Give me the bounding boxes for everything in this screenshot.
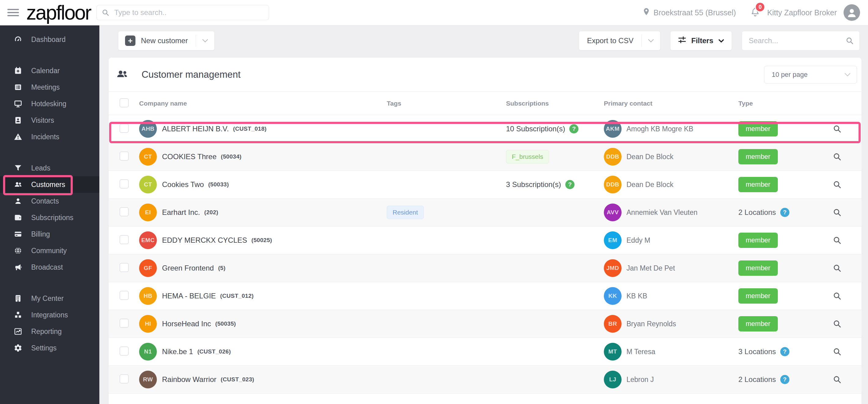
sidebar-item-broadcast[interactable]: Broadcast xyxy=(0,259,99,276)
customers-title-icon xyxy=(115,67,129,82)
sidebar-item-customers[interactable]: Customers xyxy=(0,176,99,193)
company-avatar: CT xyxy=(139,176,157,194)
row-checkbox[interactable] xyxy=(120,319,129,328)
select-all-checkbox[interactable] xyxy=(120,98,129,108)
filters-button[interactable]: Filters xyxy=(670,31,732,51)
global-search-input[interactable] xyxy=(96,5,269,20)
locations-count: 2 Locations xyxy=(738,375,776,384)
table-row[interactable]: EMC EDDY MERCKX CYCLES (50025) EM Eddy M… xyxy=(108,227,862,254)
export-csv-label: Export to CSV xyxy=(587,36,633,45)
row-search-icon[interactable] xyxy=(832,291,842,301)
row-checkbox[interactable] xyxy=(120,151,129,161)
table-row[interactable]: CT COOKIES Three (50034) F_brussels DDB … xyxy=(108,143,862,171)
member-type-badge: member xyxy=(738,316,778,331)
row-search-icon[interactable] xyxy=(832,207,842,217)
table-row[interactable]: HB HEMA - BELGIE (CUST_012) KK KB KB mem… xyxy=(108,282,862,310)
location-label: Broekstraat 55 (Brussel) xyxy=(654,8,736,17)
row-checkbox[interactable] xyxy=(120,235,129,244)
hotdesking-icon xyxy=(13,99,23,108)
row-search-icon[interactable] xyxy=(832,152,842,162)
row-checkbox[interactable] xyxy=(120,346,129,356)
sidebar-item-label: Calendar xyxy=(31,67,60,75)
row-checkbox[interactable] xyxy=(120,291,129,300)
table-search-input[interactable] xyxy=(742,31,860,51)
new-customer-dropdown-chevron-icon[interactable] xyxy=(196,38,214,43)
meetings-icon xyxy=(13,83,23,91)
sidebar-item-dashboard[interactable]: Dashboard xyxy=(0,31,99,48)
row-checkbox[interactable] xyxy=(120,207,129,217)
table-search xyxy=(742,31,860,51)
table-row[interactable]: CT Cookies Two (50033) 3 Subscription(s)… xyxy=(108,171,862,199)
sidebar-item-visitors[interactable]: Visitors xyxy=(0,112,99,128)
sidebar-item-integrations[interactable]: Integrations xyxy=(0,307,99,323)
sidebar-item-label: Hotdesking xyxy=(31,100,66,108)
row-search-icon[interactable] xyxy=(832,347,842,356)
company-code: (CUST_023) xyxy=(221,376,254,383)
table-row[interactable]: RW Rainbow Warrior (CUST_023) LJ Lebron … xyxy=(108,366,862,394)
sidebar-item-hotdesking[interactable]: Hotdesking xyxy=(0,95,99,112)
table-row[interactable]: AHB ALBERT HEIJN B.V. (CUST_018) 10 Subs… xyxy=(108,115,862,143)
table-row[interactable]: N1 Nike.be 1 (CUST_026) MT M Teresa 3 Lo… xyxy=(108,338,862,366)
sidebar-item-reporting[interactable]: Reporting xyxy=(0,323,99,340)
location-selector[interactable]: Broekstraat 55 (Brussel) xyxy=(642,7,736,18)
contact-name: KB KB xyxy=(626,292,647,300)
hamburger-menu-icon[interactable] xyxy=(7,7,19,18)
user-name[interactable]: Kitty Zapfloor Broker xyxy=(767,8,837,17)
global-search xyxy=(96,5,269,20)
plus-icon: + xyxy=(125,35,135,46)
subscriptions-icon xyxy=(13,213,23,222)
per-page-select[interactable]: 10 per page xyxy=(764,66,857,84)
table-row[interactable]: HI HorseHead Inc (50035) BR Bryan Reynol… xyxy=(108,310,862,338)
locations-help-icon[interactable]: ? xyxy=(780,375,789,384)
contact-name: Dean De Block xyxy=(626,180,673,189)
sidebar-item-my-center[interactable]: My Center xyxy=(0,290,99,307)
new-customer-button[interactable]: + New customer xyxy=(118,31,215,51)
row-checkbox[interactable] xyxy=(120,263,129,272)
row-search-icon[interactable] xyxy=(832,319,842,329)
row-checkbox[interactable] xyxy=(120,124,129,133)
export-csv-dropdown-chevron-icon[interactable] xyxy=(642,38,660,43)
sidebar-item-billing[interactable]: Billing xyxy=(0,226,99,242)
sidebar-item-label: Subscriptions xyxy=(31,213,73,222)
table-search-icon[interactable] xyxy=(845,36,854,47)
sidebar-item-leads[interactable]: Leads xyxy=(0,160,99,176)
row-search-icon[interactable] xyxy=(832,235,842,245)
header-primary-contact: Primary contact xyxy=(604,100,738,107)
leads-icon xyxy=(13,164,23,172)
row-search-icon[interactable] xyxy=(832,124,842,134)
locations-help-icon[interactable]: ? xyxy=(780,208,789,217)
table-header-row: Company name Tags Subscriptions Primary … xyxy=(108,92,862,115)
locations-help-icon[interactable]: ? xyxy=(780,347,789,356)
billing-icon xyxy=(13,230,23,238)
sidebar-item-meetings[interactable]: Meetings xyxy=(0,79,99,95)
row-checkbox[interactable] xyxy=(120,179,129,189)
sidebar-item-subscriptions[interactable]: Subscriptions xyxy=(0,209,99,226)
sidebar-item-contacts[interactable]: Contacts xyxy=(0,193,99,209)
row-search-icon[interactable] xyxy=(832,375,842,384)
row-search-icon[interactable] xyxy=(832,180,842,190)
sidebar-item-label: Visitors xyxy=(31,116,54,124)
company-code: (50035) xyxy=(215,320,236,327)
tag-chip: Resident xyxy=(387,206,424,219)
card-header: Customer management 10 per page xyxy=(108,58,862,92)
member-type-badge: member xyxy=(738,288,778,304)
table-row[interactable]: EI Earhart Inc. (202) Resident AVV Annem… xyxy=(108,199,862,227)
sidebar-item-settings[interactable]: Settings xyxy=(0,340,99,356)
company-name: Rainbow Warrior xyxy=(162,375,216,384)
company-code: (CUST_018) xyxy=(233,125,267,132)
company-avatar: N1 xyxy=(139,343,157,360)
subscriptions-help-icon[interactable]: ? xyxy=(565,180,575,189)
notifications-button[interactable]: 0 xyxy=(750,7,761,18)
visitors-icon xyxy=(13,116,23,124)
notification-badge: 0 xyxy=(755,2,765,12)
sidebar-item-calendar[interactable]: Calendar xyxy=(0,62,99,79)
subscriptions-help-icon[interactable]: ? xyxy=(569,124,579,134)
export-csv-button[interactable]: Export to CSV xyxy=(579,31,660,51)
row-checkbox[interactable] xyxy=(120,374,129,383)
contact-avatar: MT xyxy=(604,343,622,360)
user-avatar[interactable] xyxy=(843,4,860,21)
sidebar-item-incidents[interactable]: Incidents xyxy=(0,128,99,145)
sidebar-item-community[interactable]: Community xyxy=(0,242,99,259)
row-search-icon[interactable] xyxy=(832,263,842,273)
table-row[interactable]: GF Green Frontend (5) JMD Jan Met De Pet… xyxy=(108,254,862,282)
